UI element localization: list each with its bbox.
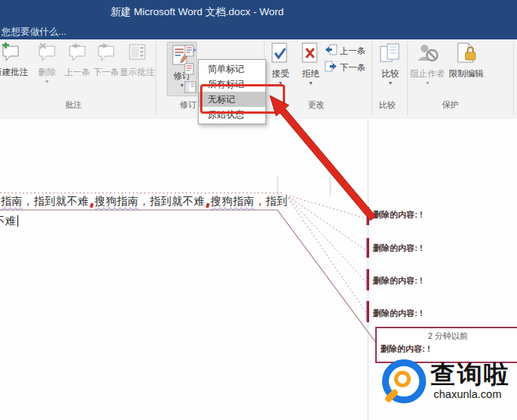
text-segment: ，指到 xyxy=(255,195,288,207)
next-comment-label: 下一条 xyxy=(93,67,120,78)
block-authors-icon xyxy=(416,42,439,67)
compare-label: 比较 xyxy=(382,68,400,80)
next-change-label: 下一条 xyxy=(340,62,366,74)
word-window: 新建 Microsoft Word 文档.docx - Word 您想要做什么.… xyxy=(0,0,517,420)
accept-button[interactable]: 接受 ▾ xyxy=(267,42,294,86)
next-change-button[interactable]: 下一条 xyxy=(324,61,366,75)
display-for-review-icon[interactable] xyxy=(184,45,196,60)
document-line-1: 指南，指到就不难搜狗指南，指到就不难搜狗指南，指到 xyxy=(1,195,288,208)
document-line-2: 不难 xyxy=(0,215,18,228)
text-segment: ，指到就不难 xyxy=(23,195,89,207)
block-authors-label: 阻止作者 xyxy=(410,68,445,80)
group-divider xyxy=(513,42,514,115)
revision-balloon[interactable]: 删除的内容: ! xyxy=(373,243,494,254)
tell-me-box[interactable]: 您想要做什么... xyxy=(2,26,66,39)
show-comments-button: 显示批注 xyxy=(119,42,155,78)
reject-button[interactable]: 拒绝 ▾ xyxy=(297,42,324,86)
text-cursor xyxy=(17,215,18,227)
delete-comment-button: 删除 ▾ xyxy=(32,42,62,84)
tracking-group-label: 修订 xyxy=(180,99,196,111)
track-changes-caret-icon: ▾ xyxy=(180,83,183,88)
text-segment: 搜狗指南 xyxy=(95,195,139,207)
protect-group-label: 保护 xyxy=(442,99,459,111)
next-comment-icon xyxy=(96,42,116,65)
compare-group-label: 比较 xyxy=(379,99,396,111)
revision-balloon[interactable]: 删除的内容: ! xyxy=(373,308,494,319)
text-segment: 指南 xyxy=(1,195,23,207)
comments-group-label: 批注 xyxy=(65,99,82,111)
reject-caret-icon: ▾ xyxy=(309,81,312,86)
delete-comment-label: 删除 xyxy=(39,67,56,78)
block-authors-caret-icon: ▾ xyxy=(426,81,429,86)
reject-label: 拒绝 xyxy=(302,68,320,80)
reviewing-pane-icon[interactable] xyxy=(184,81,196,96)
accept-icon xyxy=(271,42,290,67)
text-segment: 搜狗指南 xyxy=(211,195,255,207)
title-bar: 新建 Microsoft Word 文档.docx - Word xyxy=(0,0,517,21)
changes-group-label: 更改 xyxy=(308,99,324,111)
previous-comment-button: 上一条 xyxy=(62,42,92,78)
watermark-domain: chaxunla.com xyxy=(434,388,501,400)
revision-balloon[interactable]: 删除的内容: ! xyxy=(373,275,494,287)
previous-comment-label: 上一条 xyxy=(64,67,91,78)
block-authors-button: 阻止作者 ▾ xyxy=(410,42,445,86)
text-segment: 不难 xyxy=(0,215,16,227)
watermark-name: 查询啦 xyxy=(431,358,510,392)
previous-change-label: 上一条 xyxy=(340,45,366,57)
text-segment: ，指到就不难 xyxy=(139,195,205,207)
previous-change-button[interactable]: 上一条 xyxy=(324,44,366,58)
reject-icon xyxy=(301,42,321,67)
deleted-text-mark xyxy=(205,203,210,208)
next-comment-button: 下一条 xyxy=(91,42,121,78)
previous-change-icon xyxy=(324,44,337,58)
new-comment-label: 新建批注 xyxy=(0,67,28,78)
deleted-text-mark xyxy=(89,203,94,208)
group-divider xyxy=(155,42,156,115)
delete-comment-icon xyxy=(37,42,57,65)
revision-balloon[interactable]: 删除的内容: ! xyxy=(373,209,494,221)
accept-label: 接受 xyxy=(272,68,290,80)
window-title: 新建 Microsoft Word 文档.docx - Word xyxy=(83,5,311,19)
delete-comment-caret-icon: ▾ xyxy=(45,80,49,84)
restrict-editing-icon xyxy=(456,42,477,67)
menu-item-simple-markup[interactable]: 简单标记 xyxy=(199,61,265,77)
restrict-editing-button[interactable]: 限制编辑 xyxy=(446,42,486,80)
group-divider xyxy=(407,42,408,115)
ribbon-tab-row: 您想要做什么... xyxy=(0,21,517,39)
show-markup-icon[interactable] xyxy=(184,63,196,78)
revision-timestamp: 2 分钟以前 xyxy=(377,331,517,342)
revision-text: 删除的内容: ! xyxy=(377,343,517,355)
compare-button[interactable]: 比较 ▾ xyxy=(376,42,405,86)
restrict-editing-label: 限制编辑 xyxy=(449,68,484,80)
show-comments-label: 显示批注 xyxy=(120,67,155,78)
annotation-highlight-box xyxy=(200,84,285,114)
new-comment-icon xyxy=(1,42,20,65)
logo-magnifier-lens-icon xyxy=(394,371,411,387)
next-change-icon xyxy=(324,61,337,75)
previous-comment-icon xyxy=(67,42,87,65)
group-divider xyxy=(371,42,372,115)
show-comments-icon xyxy=(127,42,147,65)
compare-caret-icon: ▾ xyxy=(389,81,392,86)
new-comment-button[interactable]: 新建批注 xyxy=(0,42,33,78)
compare-icon xyxy=(379,42,402,67)
